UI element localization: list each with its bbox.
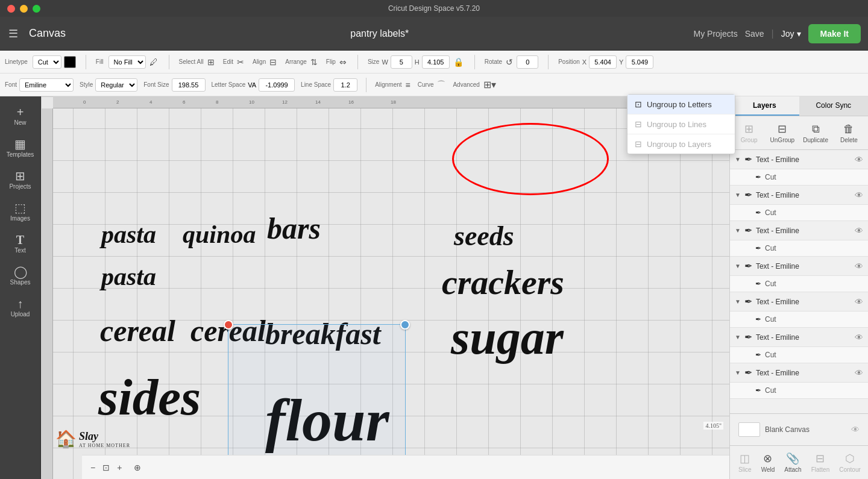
hamburger-menu-button[interactable]: ☰ (7, 26, 19, 42)
zoom-fit-button[interactable]: ⊡ (101, 462, 111, 474)
sidebar-item-templates[interactable]: ▦ Templates (0, 133, 40, 163)
group-button[interactable]: ⊞ Group (734, 120, 764, 146)
advanced-button[interactable]: ⊞▾ (482, 78, 497, 92)
layer-sub-1[interactable]: ✒ Cut (730, 205, 868, 221)
linetype-select[interactable]: Cut (33, 55, 61, 69)
curve-button[interactable]: ⌒ (436, 78, 447, 92)
maximize-button[interactable] (33, 5, 40, 13)
text-pasta2[interactable]: pasta (101, 262, 156, 291)
select-all-button[interactable]: ⊞ (206, 56, 216, 68)
layer-expand-2[interactable]: ▼ (735, 227, 741, 234)
fill-color-swatch[interactable] (64, 56, 76, 68)
tab-color-sync[interactable]: Color Sync (799, 96, 869, 116)
layer-eye-6[interactable]: 👁 (855, 368, 863, 378)
x-input[interactable] (589, 55, 617, 69)
handle-top-left[interactable] (224, 320, 233, 330)
blank-canvas-swatch[interactable] (738, 422, 760, 437)
layer-expand-4[interactable]: ▼ (735, 298, 741, 305)
font-select[interactable]: Emiline (19, 78, 74, 92)
save-button[interactable]: Save (745, 29, 764, 39)
sidebar-item-images[interactable]: ⬚ Images (0, 197, 40, 227)
duplicate-button[interactable]: ⧉ Duplicate (800, 121, 831, 146)
delete-button[interactable]: 🗑 Delete (834, 121, 864, 146)
edit-button[interactable]: ✂ (236, 56, 245, 68)
weld-button[interactable]: ⊗ Weld (756, 449, 780, 475)
sidebar-item-upload[interactable]: ↑ Upload (0, 293, 40, 322)
layer-sub-2[interactable]: ✒ Cut (730, 240, 868, 257)
text-crackers[interactable]: crackers (442, 262, 564, 302)
zoom-in-button[interactable]: + (116, 462, 123, 474)
text-sugar[interactable]: sugar (451, 310, 564, 365)
layer-sub-4[interactable]: ✒ Cut (730, 312, 868, 328)
layer-eye-5[interactable]: 👁 (855, 333, 863, 342)
text-pasta1[interactable]: pasta (101, 220, 156, 249)
make-it-button[interactable]: Make It (808, 24, 861, 43)
layer-item-1[interactable]: ▼ ✒ Text - Emiline 👁 (730, 186, 868, 205)
font-size-input[interactable] (172, 78, 206, 92)
project-title[interactable]: pantry labels* (75, 28, 684, 39)
fill-color-button[interactable]: 🖊 (148, 56, 159, 68)
layer-sub-3[interactable]: ✒ Cut (730, 276, 868, 292)
layer-icon-2: ✒ (744, 225, 752, 236)
slice-button[interactable]: ◫ Slice (734, 449, 756, 475)
style-select[interactable]: Regular (95, 78, 137, 92)
rotate-icon[interactable]: ↺ (505, 56, 514, 68)
layer-item-2[interactable]: ▼ ✒ Text - Emiline 👁 (730, 221, 868, 240)
arrange-button[interactable]: ⇅ (309, 56, 319, 68)
ruler-left (41, 108, 53, 479)
width-input[interactable] (391, 55, 412, 69)
text-seeds[interactable]: seeds (454, 220, 514, 252)
sidebar-item-projects[interactable]: ⊞ Projects (0, 165, 40, 195)
flatten-button[interactable]: ⊟ Flatten (807, 449, 835, 475)
text-sides[interactable]: sides (98, 368, 201, 427)
close-button[interactable] (7, 5, 15, 13)
ungroup-to-letters-item[interactable]: ⊡ Ungroup to Letters (627, 95, 735, 114)
layer-item-5[interactable]: ▼ ✒ Text - Emiline 👁 (730, 328, 868, 347)
text-cereal1[interactable]: cereal (100, 313, 175, 348)
align-button[interactable]: ⊟ (268, 56, 278, 68)
sidebar-item-new[interactable]: + New (0, 101, 40, 131)
layer-item-6[interactable]: ▼ ✒ Text - Emiline 👁 (730, 363, 868, 383)
minimize-button[interactable] (20, 5, 28, 13)
layer-item-0[interactable]: ▼ ✒ Text - Emiline 👁 (730, 150, 868, 169)
fill-select[interactable]: No Fill (108, 55, 146, 69)
contour-button[interactable]: ⬡ Contour (834, 449, 866, 475)
handle-top-right[interactable] (400, 320, 410, 330)
letter-space-input[interactable] (259, 78, 295, 92)
lock-aspect-button[interactable]: 🔒 (452, 56, 465, 68)
layer-sub-6[interactable]: ✒ Cut (730, 383, 868, 399)
layer-eye-4[interactable]: 👁 (855, 297, 863, 307)
layer-eye-1[interactable]: 👁 (855, 190, 863, 200)
layer-eye-0[interactable]: 👁 (855, 155, 863, 164)
layer-expand-1[interactable]: ▼ (735, 192, 741, 198)
canvas-area[interactable]: 0 2 4 6 8 10 12 14 16 18 pasta quinoa ba… (41, 96, 729, 479)
sidebar-item-shapes[interactable]: ◯ Shapes (0, 261, 40, 290)
text-bars[interactable]: bars (267, 211, 321, 246)
height-input[interactable] (422, 55, 450, 69)
layer-item-3[interactable]: ▼ ✒ Text - Emiline 👁 (730, 257, 868, 276)
layer-expand-6[interactable]: ▼ (735, 369, 741, 376)
add-page-button[interactable]: ⊕ (133, 462, 142, 474)
rotate-input[interactable] (517, 55, 538, 69)
layer-expand-0[interactable]: ▼ (735, 156, 741, 163)
attach-button[interactable]: 📎 Attach (779, 449, 806, 475)
ungroup-button[interactable]: ⊟ UnGroup (767, 120, 797, 146)
alignment-button[interactable]: ≡ (404, 79, 412, 91)
layer-eye-2[interactable]: 👁 (855, 226, 863, 236)
layer-sub-0[interactable]: ✒ Cut (730, 169, 868, 186)
layer-item-4[interactable]: ▼ ✒ Text - Emiline 👁 (730, 292, 868, 312)
line-space-input[interactable] (333, 78, 357, 92)
layer-expand-3[interactable]: ▼ (735, 263, 741, 269)
layer-eye-3[interactable]: 👁 (855, 261, 863, 271)
y-input[interactable] (626, 55, 653, 69)
user-menu[interactable]: Joy ▾ (781, 29, 801, 39)
layer-expand-5[interactable]: ▼ (735, 334, 741, 340)
zoom-out-button[interactable]: − (89, 462, 96, 474)
sidebar-item-text[interactable]: T Text (0, 229, 40, 258)
text-quinoa[interactable]: quinoa (183, 220, 256, 249)
layer-sub-5[interactable]: ✒ Cut (730, 347, 868, 363)
tab-layers[interactable]: Layers (730, 96, 799, 116)
flip-button[interactable]: ⇔ (338, 56, 348, 68)
my-projects-button[interactable]: My Projects (694, 29, 738, 39)
blank-canvas-eye[interactable]: 👁 (851, 425, 860, 434)
